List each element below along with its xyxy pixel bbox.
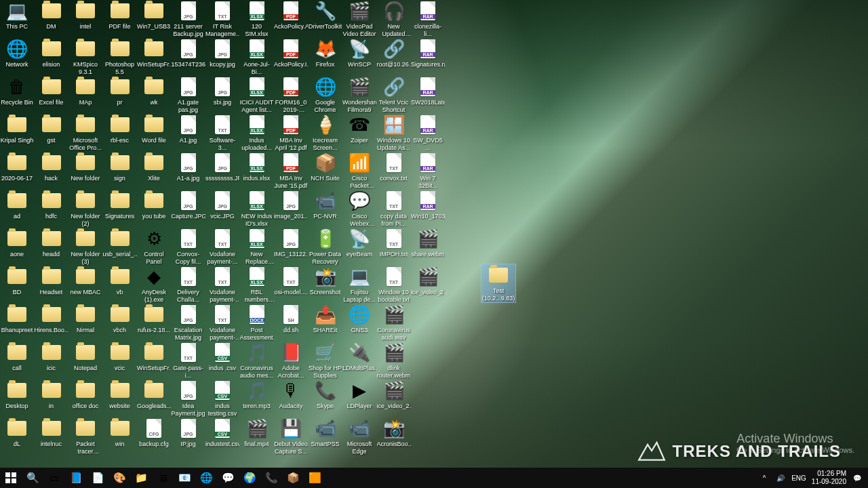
desktop-icon[interactable]: Googleads... xyxy=(137,380,171,418)
desktop-icon[interactable]: 🎙 Audacity xyxy=(274,380,308,418)
desktop-icon[interactable]: 🎧 New Updated Headset-re... xyxy=(377,0,411,38)
desktop-icon[interactable]: ad xyxy=(0,190,34,228)
desktop-icon[interactable]: wk xyxy=(137,76,171,114)
desktop-icon[interactable]: XLSX Indus uploaded... xyxy=(240,114,274,152)
desktop-icon[interactable]: 🎬 dlink router.webm xyxy=(377,342,411,380)
desktop-icon[interactable]: JPG IMG_13122... xyxy=(274,228,308,266)
desktop-icon[interactable]: dL xyxy=(0,418,34,455)
desktop-icon[interactable]: aone xyxy=(0,228,34,266)
file-explorer-taskbar-button[interactable]: 📁 xyxy=(130,468,152,488)
desktop-icon[interactable]: vbch xyxy=(103,304,137,342)
desktop-icon[interactable]: Word file xyxy=(137,114,171,152)
desktop-icon[interactable]: BD xyxy=(0,266,34,304)
desktop-icon[interactable]: website xyxy=(103,380,137,418)
desktop-icon[interactable]: CSV industest.csv xyxy=(205,418,239,455)
desktop-icon[interactable]: JPG A1.jpg xyxy=(172,114,205,152)
desktop-icon[interactable]: 🎬 Coronavirus audi.wav xyxy=(377,304,411,342)
desktop-icon[interactable]: office doc xyxy=(68,380,102,418)
desktop-icon[interactable]: 🦊 Firefox xyxy=(309,38,342,76)
desktop-icon[interactable]: Desktop xyxy=(0,380,34,418)
desktop-icon[interactable]: you tube xyxy=(137,190,171,228)
desktop-icon[interactable]: 💻 This PC xyxy=(0,0,34,38)
desktop-icon[interactable]: call xyxy=(0,342,34,380)
desktop-icon[interactable]: 🎬 ice_video_2... xyxy=(377,380,411,418)
tray-chevron-icon[interactable]: ^ xyxy=(759,472,770,483)
desktop-icon[interactable]: CSV indus .csv xyxy=(205,342,239,380)
desktop-icon[interactable]: 📞 Skype xyxy=(309,380,342,418)
desktop-icon[interactable]: 📹 Microsoft Edge xyxy=(342,418,376,455)
desktop-icon[interactable]: PDF FORM16_0 2019-20.20... xyxy=(274,76,308,114)
desktop-icon[interactable]: New folder xyxy=(68,152,102,190)
notifications-icon[interactable]: 💬 xyxy=(852,472,863,483)
desktop-icon[interactable]: XLSX NEW Indus ID's.xlsx xyxy=(240,190,274,228)
app2-taskbar-button[interactable]: 📄 xyxy=(87,468,108,488)
desktop-icon[interactable]: DM xyxy=(35,0,68,38)
desktop-icon[interactable]: XLSX New Replace 120 SIM.xlsx xyxy=(240,228,274,266)
volume-icon[interactable]: 🔊 xyxy=(775,472,786,483)
desktop-icon[interactable]: 📹 PC-NVR xyxy=(309,190,342,228)
desktop-icon[interactable]: RAR Win 7 32Bit... xyxy=(411,152,445,190)
desktop-icon[interactable]: 🎬 share.webm xyxy=(411,228,445,266)
desktop-icon[interactable]: RAR clonezilla-li... xyxy=(411,0,445,38)
app4-taskbar-button[interactable]: 🖥 xyxy=(152,468,174,488)
desktop-icon[interactable]: 🔋 Power Data Recovery xyxy=(309,228,342,266)
desktop-icon[interactable]: 🔧 DriverToolkit xyxy=(309,0,342,38)
desktop-icon[interactable]: JPG Capture.JPG xyxy=(172,190,205,228)
outlook-taskbar-button[interactable]: 📧 xyxy=(174,468,195,488)
desktop-icon[interactable]: JPG 211 server Backup.jpg xyxy=(172,0,205,38)
desktop-icon[interactable]: vb xyxy=(103,266,137,304)
desktop-icon[interactable]: 📸 AcronisBoo... xyxy=(377,418,411,455)
desktop-icon[interactable]: TXT convox.txt xyxy=(377,152,411,190)
desktop-icon[interactable]: TXT Window 10 bootable.txt xyxy=(377,266,411,304)
desktop-icon[interactable]: in xyxy=(35,380,68,418)
desktop-icon[interactable]: Headset xyxy=(35,266,68,304)
desktop-icon[interactable]: TXT Vodafone payment-3... xyxy=(205,304,239,342)
desktop-icon[interactable]: JPG A1.gate pas.jpg xyxy=(172,76,205,114)
desktop-icon[interactable]: TXT Gate-pass-i... xyxy=(172,342,205,380)
desktop-icon[interactable]: PDF AckoPolicy.I... xyxy=(274,38,308,76)
desktop-icon[interactable]: 🎵 teren.mp3 xyxy=(240,380,274,418)
desktop-icon[interactable]: 📸 Screenshot xyxy=(309,266,342,304)
desktop-icon[interactable]: vcic xyxy=(103,342,137,380)
desktop-icon[interactable]: rufus-2.18... xyxy=(137,304,171,342)
search-taskbar-button[interactable]: 🔍 xyxy=(22,468,43,488)
desktop-icon[interactable]: XLSX Aone-Jul-Bi... xyxy=(240,38,274,76)
desktop-icon[interactable]: Notepad xyxy=(68,342,102,380)
desktop-icon[interactable]: TXT Software- 3... xyxy=(205,114,239,152)
desktop-icon[interactable]: 🎬 Wondershare Filmora9 xyxy=(342,76,376,114)
desktop-icon[interactable]: Excel file xyxy=(35,76,68,114)
desktop-icon[interactable]: 🎬 ice_video_2... xyxy=(411,266,445,304)
desktop-icon[interactable]: RAR Signatures.rar xyxy=(411,38,445,76)
desktop-icon[interactable]: Bhanupreet xyxy=(0,304,34,342)
desktop-icon[interactable]: CSV indus testing.csv xyxy=(205,380,239,418)
desktop-icon[interactable]: Kripal Singh xyxy=(0,114,34,152)
app6-taskbar-button[interactable]: 📦 xyxy=(282,468,304,488)
desktop-icon[interactable]: Photoshop 5.5 xyxy=(103,38,137,76)
desktop-icon[interactable]: TXT Vodafone payment-2... xyxy=(205,266,239,304)
desktop-icon[interactable]: 💻 Fujitsu Laptop de... xyxy=(342,266,376,304)
desktop-icon[interactable]: 📡 WinSCP xyxy=(342,38,376,76)
desktop-icon[interactable]: hdfc xyxy=(35,190,68,228)
desktop-icon[interactable]: 📦 NCH Suite xyxy=(309,152,342,190)
app1-taskbar-button[interactable]: 📘 xyxy=(65,468,87,488)
desktop-icon[interactable]: Win7_USB3.0 xyxy=(137,0,171,38)
desktop-icon[interactable]: ◆ AnyDesk (1).exe xyxy=(137,266,171,304)
desktop-icon[interactable]: intel xyxy=(68,0,102,38)
desktop-icon[interactable]: hack xyxy=(35,152,68,190)
desktop-icon[interactable]: JPG IP.jpg xyxy=(172,418,205,455)
task-view-taskbar-button[interactable]: ▭ xyxy=(43,468,65,488)
desktop-icon[interactable]: PDF AckoPolicy.AI... xyxy=(274,0,308,38)
desktop-icon[interactable]: new MBAC xyxy=(68,266,102,304)
desktop-icon[interactable]: XLSX RBL numbers Jun-2020.xls xyxy=(240,266,274,304)
desktop-icon[interactable]: 💾 Debut Video Capture S... xyxy=(274,418,308,455)
desktop-icon[interactable]: New folder (2) xyxy=(68,190,102,228)
desktop-icon[interactable]: pr xyxy=(103,76,137,114)
desktop-icon[interactable]: Packet tracer pratical xyxy=(68,418,102,455)
desktop-icon[interactable]: sign xyxy=(103,152,137,190)
system-tray[interactable]: ^ 🔊 ENG 01:26 PM 11-09-2020 💬 xyxy=(753,470,868,486)
desktop-icon[interactable]: PDF MBA Inv April '12.pdf xyxy=(274,114,308,152)
desktop-icon[interactable]: SH dd.sh xyxy=(274,304,308,342)
desktop-icon[interactable]: XLSX 120 SIM.xlsx xyxy=(240,0,274,38)
desktop-icon[interactable]: 🍦 Icecream Screen... xyxy=(309,114,342,152)
desktop-icon[interactable]: Nirmal xyxy=(68,304,102,342)
